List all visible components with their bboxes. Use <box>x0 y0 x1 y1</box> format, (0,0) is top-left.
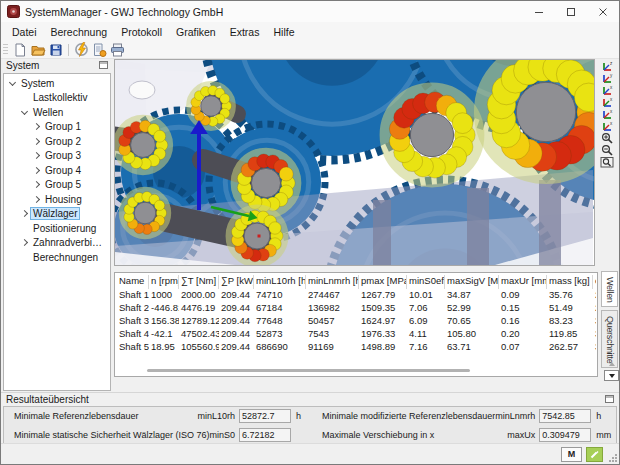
column-header-4[interactable]: ∑P [kW] <box>219 275 254 289</box>
column-header-1[interactable]: Name <box>117 275 149 289</box>
pencil-icon <box>590 450 599 459</box>
expander-open-icon[interactable] <box>7 82 18 85</box>
expander-open-icon[interactable] <box>19 111 30 114</box>
result-value-field[interactable]: 7542.85 <box>539 409 591 423</box>
tree-item-lastkollektiv[interactable]: Lastkollektiv <box>4 91 110 106</box>
tree-item-berechnungen[interactable]: Berechnungen <box>4 250 110 265</box>
column-header-2[interactable]: n [rpm] <box>149 275 179 289</box>
cell: 35.76 <box>547 289 593 302</box>
column-header-6[interactable]: minLnmrh [h] <box>306 275 359 289</box>
tree-item-waelzlager[interactable]: Wälzlager <box>4 207 110 222</box>
dock-float-icon[interactable] <box>605 394 614 405</box>
tree-item-wellen[interactable]: Wellen <box>4 105 110 120</box>
table-horizontal-scrollbar[interactable] <box>118 368 593 373</box>
menu-item-extras[interactable]: Extras <box>223 24 267 40</box>
result-value-field[interactable]: 0.309479 <box>539 428 591 442</box>
table-row-shaft-1[interactable]: Shaft 110002000.00209.44747102744671267.… <box>117 289 596 302</box>
view-axis-top-button[interactable]: x <box>599 108 615 120</box>
cell: 6.09 <box>407 315 445 328</box>
new-file-button[interactable] <box>11 42 29 58</box>
tab-wellen[interactable]: Wellen <box>601 271 618 307</box>
expander-closed-icon[interactable] <box>31 153 42 158</box>
zoom-in-button[interactable] <box>599 132 615 144</box>
zoom-out-button[interactable] <box>599 144 615 156</box>
column-header-11[interactable]: mass [kg] <box>547 275 593 289</box>
table-row-shaft-3[interactable]: Shaft 3156.3812789.12209.447764850457162… <box>117 315 596 328</box>
save-button[interactable] <box>47 42 65 58</box>
view-axis-back-button[interactable]: y <box>599 72 615 84</box>
cell: 209.44 <box>219 341 254 354</box>
expander-closed-icon[interactable] <box>19 211 30 216</box>
menu-item-hilfe[interactable]: Hilfe <box>266 24 301 40</box>
expander-closed-icon[interactable] <box>31 124 42 129</box>
zoom-window-button[interactable] <box>599 156 615 168</box>
menu-item-grafiken[interactable]: Grafiken <box>169 24 223 40</box>
viewport-3d[interactable] <box>114 59 595 266</box>
results-panel: Resultateübersicht Minimale Referenzlebe… <box>1 392 619 444</box>
cell: 51.49 <box>547 302 593 315</box>
expander-closed-icon[interactable] <box>31 182 42 187</box>
menu-item-datei[interactable]: Datei <box>5 24 44 40</box>
table-row-shaft-4[interactable]: Shaft 4-42.147502.43209.445287375431976.… <box>117 328 596 341</box>
tree-item-group-2[interactable]: Group 2 <box>4 134 110 149</box>
maximize-button[interactable] <box>555 1 587 22</box>
column-header-8[interactable]: minS0eff <box>407 275 445 289</box>
tree-item-group-3[interactable]: Group 3 <box>4 149 110 164</box>
cell: 1509.35 <box>359 302 407 315</box>
column-header-5[interactable]: minL10rh [h] <box>254 275 306 289</box>
result-value-field[interactable]: 6.72182 <box>239 428 291 442</box>
tree-item-label: Zahnradverbindun... <box>30 236 110 249</box>
cell: 209.44 <box>219 328 254 341</box>
expander-closed-icon[interactable] <box>31 168 42 173</box>
view-axis-bottom-button[interactable]: x <box>599 120 615 132</box>
cell: 1976.33 <box>359 328 407 341</box>
column-header-3[interactable]: ∑T [Nm] <box>179 275 219 289</box>
column-header-9[interactable]: maxSigV [MPa] <box>445 275 499 289</box>
cell: -446.81 <box>149 302 179 315</box>
view-axis-right-button[interactable]: x <box>599 96 615 108</box>
close-button[interactable] <box>587 1 619 22</box>
dock-float-icon[interactable] <box>99 60 108 71</box>
tree-item-group-5[interactable]: Group 5 <box>4 178 110 193</box>
column-header-7[interactable]: pmax [MPa] <box>359 275 407 289</box>
tree-item-system[interactable]: System <box>4 76 110 91</box>
table-row-shaft-5[interactable]: Shaft 518.95105560.95209.446866909116914… <box>117 341 596 354</box>
calculate-lightning-button[interactable] <box>72 42 90 58</box>
print-button[interactable] <box>108 42 126 58</box>
cell: 300 <box>593 328 596 341</box>
result-value-field[interactable]: 52872.7 <box>239 409 291 423</box>
minimize-button[interactable] <box>523 1 555 22</box>
report-add-button[interactable] <box>90 42 108 58</box>
edit-green-button[interactable] <box>586 447 603 462</box>
column-header-12[interactable]: cer <box>593 275 596 289</box>
resize-grip[interactable] <box>609 454 617 462</box>
table-row-shaft-2[interactable]: Shaft 2-446.814476.19209.446718413698215… <box>117 302 596 315</box>
tree-item-housing[interactable]: Housing <box>4 192 110 207</box>
expander-closed-icon[interactable] <box>31 197 42 202</box>
cell: 4476.19 <box>179 302 219 315</box>
menu-item-protokoll[interactable]: Protokoll <box>114 24 169 40</box>
open-folder-button[interactable] <box>29 42 47 58</box>
expander-closed-icon[interactable] <box>31 139 42 144</box>
result-label: Minimale statische Sicherheit Wälzlager … <box>14 430 210 440</box>
view-axis-right-icon: x <box>600 96 614 108</box>
tab-scroll-up-button[interactable] <box>605 359 618 368</box>
tree-item-label: Group 5 <box>42 178 84 191</box>
view-axis-left-button[interactable]: x <box>599 84 615 96</box>
scrollbar-thumb[interactable] <box>147 369 470 372</box>
tree-item-label: Berechnungen <box>30 251 101 264</box>
tree-item-label: Housing <box>42 193 85 206</box>
tree-item-zahnradverbindungen[interactable]: Zahnradverbindun... <box>4 236 110 251</box>
tree-item-group-1[interactable]: Group 1 <box>4 120 110 135</box>
toolbar-grip[interactable] <box>3 44 8 56</box>
tree-item-group-4[interactable]: Group 4 <box>4 163 110 178</box>
expander-closed-icon[interactable] <box>19 240 30 245</box>
view-axis-front-button[interactable]: z <box>599 60 615 72</box>
units-m-button[interactable]: M <box>561 447 582 462</box>
tree-item-positionierung[interactable]: Positionierung <box>4 221 110 236</box>
save-icon <box>49 43 63 57</box>
tab-scroll-down-button[interactable] <box>604 370 619 381</box>
column-header-10[interactable]: maxUr [mm] <box>499 275 547 289</box>
menu-item-berechnung[interactable]: Berechnung <box>44 24 115 40</box>
cell: Shaft 4 <box>117 328 149 341</box>
